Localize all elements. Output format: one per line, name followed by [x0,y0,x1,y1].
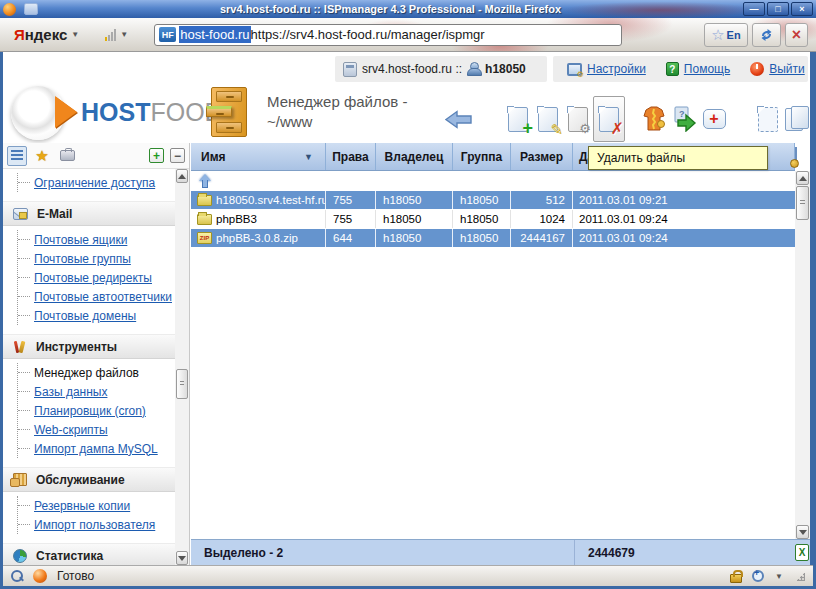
new-file-button[interactable]: + [503,101,533,137]
sidebar-item[interactable]: Резервные копии [18,496,175,515]
maximize-button[interactable]: □ [767,2,789,16]
zoom-icon[interactable] [752,570,765,583]
sidebar-item-label[interactable]: Web-скрипты [34,423,108,437]
sidebar-item[interactable]: Почтовые ящики [18,230,175,249]
sidebar-item-label[interactable]: Импорт пользователя [34,518,155,532]
stats-icon [13,549,27,563]
sidebar-item-label[interactable]: Импорт дампа MySQL [34,442,158,456]
window-title: srv4.host-food.ru :: ISPmanager 4.3 Prof… [38,3,743,15]
table-row[interactable]: phpBB3 755 h18050 h18050 1024 2011.03.01… [191,210,795,229]
sidebar-item[interactable]: Web-скрипты [18,420,175,439]
sidebar-item[interactable]: Планировщик (cron) [18,401,175,420]
column-header[interactable]: Владелец [376,143,453,170]
settings-link-group[interactable]: Настройки [567,62,646,76]
status-text: Готово [57,569,94,583]
file-attributes-button[interactable]: ⚙ [563,101,593,137]
help-link[interactable]: Помощь [684,62,730,76]
sidebar-item[interactable]: Почтовые редиректы [18,268,175,287]
sidebar-scrollbar[interactable] [175,169,189,565]
back-button[interactable] [443,101,473,137]
chevron-down-icon[interactable]: ▼ [120,30,128,39]
sidebar-section-header[interactable]: Статистика [3,543,175,565]
sidebar-item-label: Менеджер файлов [34,366,139,380]
reload-icon [759,28,774,42]
copy-icon [758,107,778,132]
chevron-down-icon[interactable]: ▼ [775,572,783,581]
scroll-up-button[interactable] [796,171,809,185]
sidebar-item[interactable]: Базы данных [18,382,175,401]
section-title: E-Mail [37,207,72,221]
yandex-label: ндекс [25,26,68,43]
scroll-down-button[interactable] [796,525,809,539]
sidebar-section-header[interactable]: Инструменты [3,334,175,359]
sidebar-item[interactable]: Почтовые группы [18,249,175,268]
parent-dir-row[interactable] [191,171,795,191]
sidebar-item-label[interactable]: Базы данных [34,385,107,399]
sidebar-item-label[interactable]: Почтовые домены [34,309,136,323]
scroll-up-button[interactable] [176,169,188,183]
table-settings-button[interactable] [795,148,810,166]
bookmark-button[interactable]: ☆ En [704,23,748,47]
sidebar-item[interactable]: Импорт дампа MySQL [18,439,175,458]
column-header[interactable]: Права [326,143,376,170]
sidebar-item[interactable]: Импорт пользователя [18,515,175,534]
address-bar[interactable]: HF host-food.ru https://srv4.host-food.r… [154,24,622,46]
folder-icon [197,195,212,206]
sidebar-item-label[interactable]: Почтовые группы [34,252,131,266]
minimize-button[interactable]: — [743,2,765,16]
sidebar-item-label[interactable]: Почтовые редиректы [34,271,152,285]
section-title: Инструменты [36,340,117,354]
edit-file-icon: ✎ [538,107,558,132]
extract-archive-button[interactable] [639,101,669,137]
sidebar-item-label[interactable]: Почтовые автоответчики [34,290,172,304]
column-header[interactable]: Имя▼ [191,143,326,170]
settings-link[interactable]: Настройки [587,62,646,76]
fox-addon-icon[interactable] [33,569,47,583]
column-header[interactable]: Размер [511,143,573,170]
yandex-menu[interactable]: Яндекс ▼ [14,26,79,43]
list-view-button[interactable] [7,146,27,166]
edit-file-button[interactable]: ✎ [533,101,563,137]
reload-button[interactable] [752,23,781,47]
logout-link-group[interactable]: Выйти [750,62,805,76]
expand-all-button[interactable]: + [149,148,164,163]
section-title: Статистика [36,549,103,563]
sidebar-item[interactable]: Ограничение доступа [18,173,175,192]
scroll-thumb[interactable] [176,369,188,399]
close-button[interactable]: × [791,2,813,16]
table-scrollbar[interactable] [795,171,810,539]
modules-view-button[interactable] [57,146,77,166]
column-header[interactable]: Группа [453,143,511,170]
collapse-all-button[interactable]: − [170,148,185,163]
sidebar: ★ + − Ограничение доступаE-MailПочтовые … [3,143,190,565]
copy-button[interactable] [753,101,783,137]
move-files-button[interactable]: ? [669,101,699,137]
scroll-thumb[interactable] [796,186,809,220]
sidebar-item[interactable]: Менеджер файлов [18,363,175,382]
paste-button[interactable] [783,101,810,137]
logout-link[interactable]: Выйти [769,62,805,76]
scroll-down-button[interactable] [176,551,188,565]
search-icon[interactable] [11,570,23,582]
table-row[interactable]: h18050.srv4.test-hf.ru 755 h18050 h18050… [191,191,795,210]
traffic-bars-icon[interactable] [105,29,116,41]
table-row[interactable]: ZIPphpBB-3.0.8.zip 644 h18050 h18050 244… [191,229,795,248]
sidebar-item-label[interactable]: Планировщик (cron) [34,404,146,418]
sidebar-section-header[interactable]: E-Mail [3,201,175,226]
sidebar-view-switcher: ★ + − [3,143,189,169]
hostfood-logo-arrow [55,96,77,128]
ssl-lock-icon [730,574,742,583]
export-icon[interactable]: X [795,544,809,561]
help-link-group[interactable]: ? Помощь [666,62,730,76]
resize-grip[interactable] [795,571,805,581]
delete-files-button[interactable]: ✗ [593,96,625,142]
stop-button[interactable]: × [785,23,808,47]
check-archive-button[interactable]: + [699,101,729,137]
sidebar-item[interactable]: Почтовые домены [18,306,175,325]
sidebar-section-header[interactable]: Обслуживание [3,467,175,492]
sidebar-item-label[interactable]: Почтовые ящики [34,233,127,247]
favorites-view-button[interactable]: ★ [32,146,52,166]
sidebar-item-label[interactable]: Резервные копии [34,499,130,513]
sidebar-item-label[interactable]: Ограничение доступа [34,176,155,190]
sidebar-item[interactable]: Почтовые автоответчики [18,287,175,306]
